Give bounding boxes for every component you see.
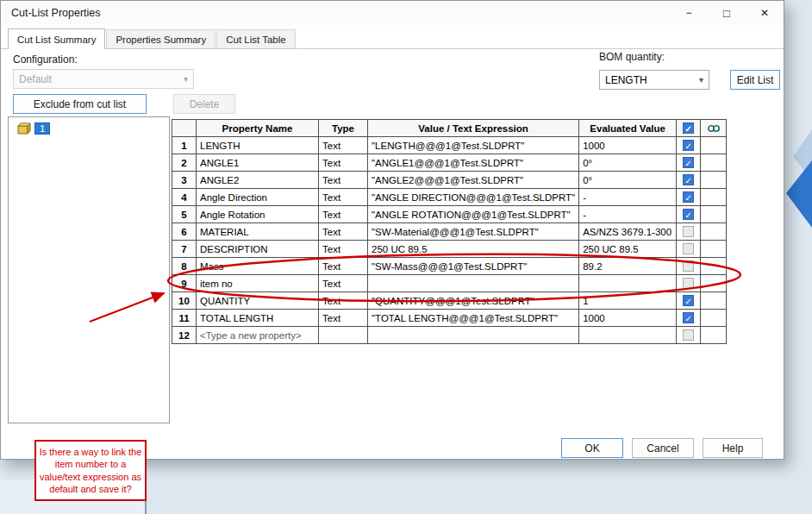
minimize-button[interactable]: − bbox=[670, 1, 708, 25]
row-checkbox[interactable]: ✓ bbox=[683, 312, 694, 323]
select-all-checkbox[interactable]: ✓ bbox=[683, 122, 694, 134]
type-cell[interactable]: Text bbox=[319, 292, 368, 310]
row-checkbox[interactable]: ✓ bbox=[683, 140, 694, 151]
checkbox-cell[interactable]: ✓ bbox=[677, 189, 701, 206]
exclude-from-cut-list-button[interactable]: Exclude from cut list bbox=[13, 94, 147, 114]
row-checkbox[interactable] bbox=[683, 329, 694, 341]
property-name-cell[interactable]: TOTAL LENGTH bbox=[197, 310, 319, 327]
expression-cell[interactable]: "ANGLE ROTATION@@@1@Test.SLDPRT" bbox=[368, 206, 579, 223]
close-button[interactable]: ✕ bbox=[746, 1, 784, 25]
checkbox-cell[interactable] bbox=[677, 258, 701, 275]
link-icon bbox=[707, 124, 721, 133]
row-checkbox[interactable]: ✓ bbox=[683, 209, 694, 220]
type-cell[interactable]: Text bbox=[319, 258, 368, 275]
configuration-dropdown[interactable]: Default ▾ bbox=[13, 69, 194, 89]
type-cell[interactable]: Text bbox=[319, 223, 368, 241]
delete-button[interactable]: Delete bbox=[173, 94, 235, 114]
row-checkbox[interactable]: ✓ bbox=[683, 157, 694, 168]
property-name-cell[interactable]: Mass bbox=[197, 258, 319, 275]
expression-header[interactable]: Value / Text Expression bbox=[368, 120, 579, 137]
row-checkbox[interactable] bbox=[683, 243, 694, 254]
type-cell[interactable]: Text bbox=[319, 310, 368, 327]
configuration-value: Default bbox=[19, 73, 180, 85]
checkbox-cell[interactable] bbox=[677, 275, 701, 292]
expression-cell[interactable]: "LENGTH@@@1@Test.SLDPRT" bbox=[368, 137, 579, 154]
expression-cell[interactable]: "TOTAL LENGTH@@@1@Test.SLDPRT" bbox=[368, 310, 579, 327]
ok-button[interactable]: OK bbox=[561, 438, 623, 458]
property-name-cell[interactable]: DESCRIPTION bbox=[197, 241, 319, 258]
table-row: 12<Type a new property> bbox=[172, 327, 727, 344]
evaluated-value-cell bbox=[579, 275, 677, 292]
expression-cell[interactable]: "ANGLE DIRECTION@@@1@Test.SLDPRT" bbox=[368, 189, 579, 206]
expression-cell[interactable]: 250 UC 89.5 bbox=[368, 241, 579, 258]
property-name-cell[interactable]: Angle Direction bbox=[197, 189, 319, 206]
property-name-cell[interactable]: ANGLE2 bbox=[197, 172, 319, 189]
row-checkbox[interactable] bbox=[683, 278, 694, 289]
row-number-cell: 5 bbox=[172, 206, 197, 223]
bom-quantity-label: BOM quantity: bbox=[599, 51, 665, 63]
property-name-header[interactable]: Property Name bbox=[197, 120, 319, 137]
table-row: 5Angle RotationText"ANGLE ROTATION@@@1@T… bbox=[172, 206, 727, 223]
row-checkbox[interactable]: ✓ bbox=[683, 174, 694, 185]
checkbox-cell[interactable]: ✓ bbox=[677, 292, 701, 310]
tree-item-cut-list-1[interactable]: 1 bbox=[17, 122, 169, 135]
checkbox-cell[interactable] bbox=[677, 327, 701, 344]
row-checkbox[interactable] bbox=[683, 226, 694, 237]
expression-cell[interactable]: "QUANTITY@@@1@Test.SLDPRT" bbox=[368, 292, 579, 310]
evaluated-value-header[interactable]: Evaluated Value bbox=[579, 120, 677, 137]
bom-quantity-dropdown[interactable]: LENGTH ▾ bbox=[599, 70, 709, 90]
type-header[interactable]: Type bbox=[319, 120, 368, 137]
evaluated-value-cell: 0° bbox=[579, 154, 677, 172]
type-cell[interactable]: Text bbox=[319, 154, 368, 172]
evaluated-value-cell: 1000 bbox=[579, 137, 677, 154]
expression-cell[interactable]: "SW-Material@@@1@Test.SLDPRT" bbox=[368, 223, 579, 241]
checkbox-cell[interactable]: ✓ bbox=[677, 172, 701, 189]
help-button[interactable]: Help bbox=[703, 438, 763, 458]
tab-cut-list-table[interactable]: Cut List Table bbox=[216, 29, 295, 48]
type-cell[interactable]: Text bbox=[319, 172, 368, 189]
type-cell[interactable] bbox=[319, 327, 368, 344]
expression-cell[interactable]: "SW-Mass@@@1@Test.SLDPRT" bbox=[368, 258, 579, 275]
property-name-cell[interactable]: MATERIAL bbox=[197, 223, 319, 241]
property-name-cell[interactable]: <Type a new property> bbox=[197, 327, 319, 344]
tab-bar: Cut List Summary Properties Summary Cut … bbox=[1, 27, 784, 49]
checkbox-cell[interactable] bbox=[677, 223, 701, 241]
type-cell[interactable]: Text bbox=[319, 241, 368, 258]
type-cell[interactable]: Text bbox=[319, 206, 368, 223]
type-cell[interactable]: Text bbox=[319, 189, 368, 206]
checkbox-cell[interactable]: ✓ bbox=[677, 310, 701, 327]
evaluated-value-cell: AS/NZS 3679.1-300 bbox=[579, 223, 677, 241]
type-cell[interactable]: Text bbox=[319, 275, 368, 292]
link-cell bbox=[701, 310, 727, 327]
table-row: 8MassText"SW-Mass@@@1@Test.SLDPRT"89.2 bbox=[172, 258, 727, 275]
checkbox-column-header[interactable]: ✓ bbox=[677, 120, 701, 137]
property-name-cell[interactable]: LENGTH bbox=[197, 137, 319, 154]
property-name-cell[interactable]: Angle Rotation bbox=[197, 206, 319, 223]
tab-properties-summary[interactable]: Properties Summary bbox=[106, 29, 215, 48]
table-row: 3ANGLE2Text"ANGLE2@@@1@Test.SLDPRT"0°✓ bbox=[172, 172, 727, 189]
checkbox-cell[interactable]: ✓ bbox=[677, 137, 701, 154]
edit-list-button[interactable]: Edit List bbox=[730, 70, 780, 90]
checkbox-cell[interactable]: ✓ bbox=[677, 206, 701, 223]
link-cell bbox=[701, 223, 727, 241]
checkbox-cell[interactable]: ✓ bbox=[677, 154, 701, 172]
row-number-cell: 9 bbox=[172, 275, 197, 292]
tab-cut-list-summary[interactable]: Cut List Summary bbox=[8, 28, 105, 49]
row-checkbox[interactable] bbox=[683, 260, 694, 272]
annotation-note: Is there a way to link the item number t… bbox=[34, 440, 147, 501]
type-cell[interactable]: Text bbox=[319, 137, 368, 154]
table-row: 7DESCRIPTIONText250 UC 89.5250 UC 89.5 bbox=[172, 241, 727, 258]
expression-cell[interactable] bbox=[368, 275, 579, 292]
row-checkbox[interactable]: ✓ bbox=[683, 191, 694, 203]
expression-cell[interactable] bbox=[368, 327, 579, 344]
row-checkbox[interactable]: ✓ bbox=[683, 295, 694, 306]
row-number-cell: 11 bbox=[172, 310, 197, 327]
expression-cell[interactable]: "ANGLE1@@@1@Test.SLDPRT" bbox=[368, 154, 579, 172]
property-name-cell[interactable]: item no bbox=[197, 275, 319, 292]
property-name-cell[interactable]: QUANTITY bbox=[197, 292, 319, 310]
checkbox-cell[interactable] bbox=[677, 241, 701, 258]
cancel-button[interactable]: Cancel bbox=[632, 438, 694, 458]
maximize-button[interactable]: □ bbox=[708, 1, 746, 25]
expression-cell[interactable]: "ANGLE2@@@1@Test.SLDPRT" bbox=[368, 172, 579, 189]
property-name-cell[interactable]: ANGLE1 bbox=[197, 154, 319, 172]
